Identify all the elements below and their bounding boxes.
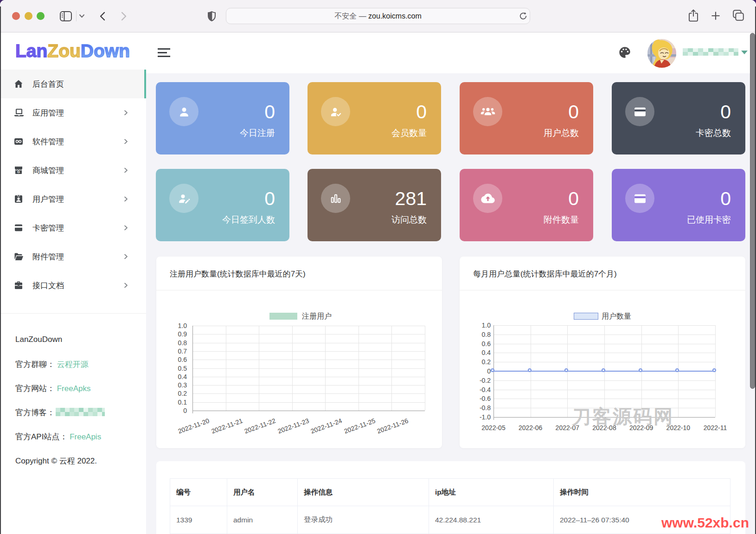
svg-text:G: G xyxy=(17,170,20,174)
